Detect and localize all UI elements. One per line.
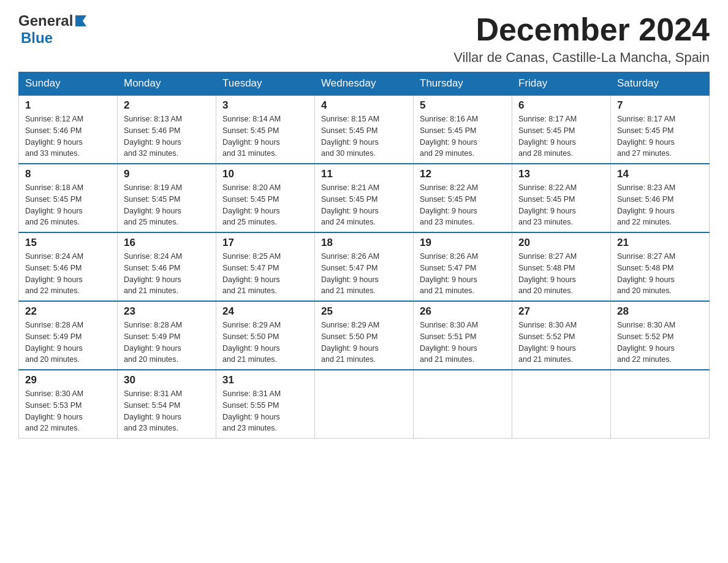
day-info: Sunrise: 8:30 AMSunset: 5:53 PMDaylight:… [25, 389, 83, 432]
calendar-day-cell: 14 Sunrise: 8:23 AMSunset: 5:46 PMDaylig… [611, 164, 710, 232]
day-info: Sunrise: 8:26 AMSunset: 5:47 PMDaylight:… [420, 252, 478, 295]
month-title: December 2024 [453, 12, 710, 47]
logo-flag-icon [74, 13, 88, 26]
calendar-day-cell: 23 Sunrise: 8:28 AMSunset: 5:49 PMDaylig… [118, 301, 216, 370]
day-info: Sunrise: 8:13 AMSunset: 5:46 PMDaylight:… [124, 115, 182, 158]
day-info: Sunrise: 8:18 AMSunset: 5:45 PMDaylight:… [25, 183, 83, 226]
title-block: December 2024 Villar de Canas, Castille-… [453, 12, 710, 66]
day-number: 25 [321, 305, 407, 318]
day-number: 23 [124, 305, 210, 318]
calendar-day-cell: 9 Sunrise: 8:19 AMSunset: 5:45 PMDayligh… [118, 164, 216, 232]
calendar-day-cell: 11 Sunrise: 8:21 AMSunset: 5:45 PMDaylig… [315, 164, 414, 232]
day-info: Sunrise: 8:19 AMSunset: 5:45 PMDaylight:… [124, 183, 182, 226]
day-number: 17 [222, 237, 308, 249]
calendar-day-cell: 7 Sunrise: 8:17 AMSunset: 5:45 PMDayligh… [611, 95, 710, 164]
calendar-week-row: 22 Sunrise: 8:28 AMSunset: 5:49 PMDaylig… [19, 301, 710, 370]
day-info: Sunrise: 8:27 AMSunset: 5:48 PMDaylight:… [617, 252, 675, 295]
day-number: 31 [222, 374, 308, 386]
day-number: 5 [420, 99, 506, 112]
day-number: 24 [222, 305, 308, 318]
day-info: Sunrise: 8:25 AMSunset: 5:47 PMDaylight:… [222, 252, 281, 295]
calendar-table: Sunday Monday Tuesday Wednesday Thursday… [18, 72, 710, 439]
calendar-day-cell: 2 Sunrise: 8:13 AMSunset: 5:46 PMDayligh… [118, 95, 216, 164]
day-info: Sunrise: 8:29 AMSunset: 5:50 PMDaylight:… [222, 321, 281, 364]
calendar-day-cell: 26 Sunrise: 8:30 AMSunset: 5:51 PMDaylig… [414, 301, 512, 370]
logo: General Blue [18, 12, 88, 47]
header-tuesday: Tuesday [216, 72, 315, 96]
logo-blue-text: Blue [21, 29, 53, 47]
day-info: Sunrise: 8:24 AMSunset: 5:46 PMDaylight:… [124, 252, 182, 295]
calendar-day-cell: 29 Sunrise: 8:30 AMSunset: 5:53 PMDaylig… [19, 370, 118, 439]
day-info: Sunrise: 8:17 AMSunset: 5:45 PMDaylight:… [617, 115, 675, 158]
logo-general-text: General [18, 12, 73, 29]
day-info: Sunrise: 8:14 AMSunset: 5:45 PMDaylight:… [222, 115, 281, 158]
day-number: 3 [222, 99, 308, 112]
day-number: 8 [25, 168, 111, 180]
calendar-day-cell [512, 370, 611, 439]
day-number: 29 [25, 374, 111, 386]
calendar-day-cell: 27 Sunrise: 8:30 AMSunset: 5:52 PMDaylig… [512, 301, 611, 370]
day-number: 4 [321, 99, 407, 112]
day-info: Sunrise: 8:22 AMSunset: 5:45 PMDaylight:… [518, 183, 577, 226]
calendar-day-cell: 10 Sunrise: 8:20 AMSunset: 5:45 PMDaylig… [216, 164, 315, 232]
calendar-day-cell: 3 Sunrise: 8:14 AMSunset: 5:45 PMDayligh… [216, 95, 315, 164]
day-number: 28 [617, 305, 703, 318]
calendar-day-cell: 16 Sunrise: 8:24 AMSunset: 5:46 PMDaylig… [118, 232, 216, 301]
day-info: Sunrise: 8:23 AMSunset: 5:46 PMDaylight:… [617, 183, 675, 226]
calendar-day-cell: 17 Sunrise: 8:25 AMSunset: 5:47 PMDaylig… [216, 232, 315, 301]
day-info: Sunrise: 8:22 AMSunset: 5:45 PMDaylight:… [420, 183, 478, 226]
day-number: 22 [25, 305, 111, 318]
svg-marker-0 [75, 15, 86, 26]
header-wednesday: Wednesday [315, 72, 414, 96]
day-info: Sunrise: 8:27 AMSunset: 5:48 PMDaylight:… [518, 252, 577, 295]
header-saturday: Saturday [611, 72, 710, 96]
calendar-day-cell: 19 Sunrise: 8:26 AMSunset: 5:47 PMDaylig… [414, 232, 512, 301]
day-number: 11 [321, 168, 407, 180]
day-info: Sunrise: 8:12 AMSunset: 5:46 PMDaylight:… [25, 115, 83, 158]
calendar-day-cell: 6 Sunrise: 8:17 AMSunset: 5:45 PMDayligh… [512, 95, 611, 164]
day-number: 21 [617, 237, 703, 249]
day-number: 12 [420, 168, 506, 180]
calendar-day-cell: 30 Sunrise: 8:31 AMSunset: 5:54 PMDaylig… [118, 370, 216, 439]
header-sunday: Sunday [19, 72, 118, 96]
calendar-day-cell: 13 Sunrise: 8:22 AMSunset: 5:45 PMDaylig… [512, 164, 611, 232]
day-info: Sunrise: 8:31 AMSunset: 5:54 PMDaylight:… [124, 389, 182, 432]
calendar-day-cell: 12 Sunrise: 8:22 AMSunset: 5:45 PMDaylig… [414, 164, 512, 232]
day-number: 18 [321, 237, 407, 249]
calendar-day-cell: 22 Sunrise: 8:28 AMSunset: 5:49 PMDaylig… [19, 301, 118, 370]
calendar-day-cell: 18 Sunrise: 8:26 AMSunset: 5:47 PMDaylig… [315, 232, 414, 301]
day-info: Sunrise: 8:24 AMSunset: 5:46 PMDaylight:… [25, 252, 83, 295]
day-number: 14 [617, 168, 703, 180]
day-info: Sunrise: 8:29 AMSunset: 5:50 PMDaylight:… [321, 321, 379, 364]
day-info: Sunrise: 8:20 AMSunset: 5:45 PMDaylight:… [222, 183, 281, 226]
calendar-day-cell [315, 370, 414, 439]
day-info: Sunrise: 8:15 AMSunset: 5:45 PMDaylight:… [321, 115, 379, 158]
day-info: Sunrise: 8:31 AMSunset: 5:55 PMDaylight:… [222, 389, 281, 432]
calendar-day-cell: 28 Sunrise: 8:30 AMSunset: 5:52 PMDaylig… [611, 301, 710, 370]
day-number: 7 [617, 99, 703, 112]
day-number: 20 [518, 237, 604, 249]
calendar-day-cell: 24 Sunrise: 8:29 AMSunset: 5:50 PMDaylig… [216, 301, 315, 370]
calendar-day-cell: 15 Sunrise: 8:24 AMSunset: 5:46 PMDaylig… [19, 232, 118, 301]
day-number: 19 [420, 237, 506, 249]
day-number: 16 [124, 237, 210, 249]
calendar-day-cell: 4 Sunrise: 8:15 AMSunset: 5:45 PMDayligh… [315, 95, 414, 164]
calendar-day-cell: 31 Sunrise: 8:31 AMSunset: 5:55 PMDaylig… [216, 370, 315, 439]
header-friday: Friday [512, 72, 611, 96]
day-info: Sunrise: 8:26 AMSunset: 5:47 PMDaylight:… [321, 252, 379, 295]
day-number: 9 [124, 168, 210, 180]
calendar-day-cell [611, 370, 710, 439]
day-info: Sunrise: 8:30 AMSunset: 5:52 PMDaylight:… [617, 321, 675, 364]
day-info: Sunrise: 8:28 AMSunset: 5:49 PMDaylight:… [124, 321, 182, 364]
day-info: Sunrise: 8:17 AMSunset: 5:45 PMDaylight:… [518, 115, 577, 158]
calendar-day-cell: 5 Sunrise: 8:16 AMSunset: 5:45 PMDayligh… [414, 95, 512, 164]
day-number: 2 [124, 99, 210, 112]
day-number: 26 [420, 305, 506, 318]
page-header: General Blue December 2024 Villar de Can… [18, 12, 710, 66]
weekday-header-row: Sunday Monday Tuesday Wednesday Thursday… [19, 72, 710, 96]
location-title: Villar de Canas, Castille-La Mancha, Spa… [453, 50, 710, 66]
day-number: 6 [518, 99, 604, 112]
calendar-week-row: 1 Sunrise: 8:12 AMSunset: 5:46 PMDayligh… [19, 95, 710, 164]
header-monday: Monday [118, 72, 216, 96]
day-info: Sunrise: 8:28 AMSunset: 5:49 PMDaylight:… [25, 321, 83, 364]
